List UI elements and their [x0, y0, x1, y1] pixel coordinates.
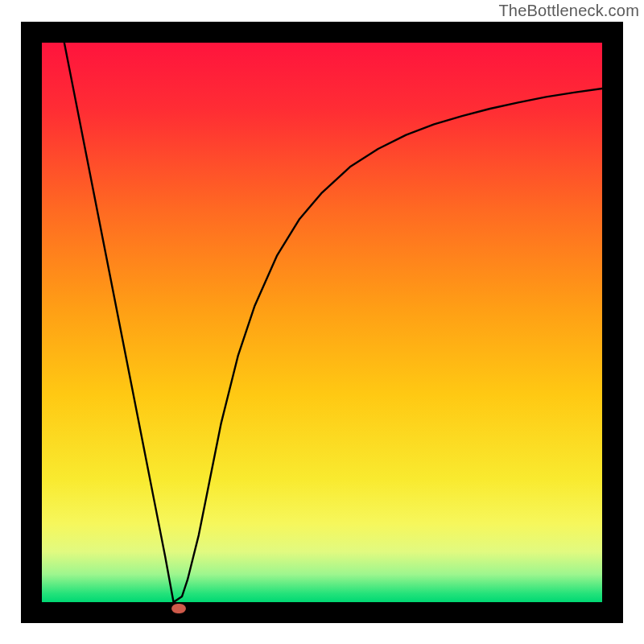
chart-root: { "attribution": { "text": "TheBottlenec…: [0, 0, 644, 644]
bottleneck-curve: [42, 43, 602, 602]
curve-path: [64, 43, 602, 602]
attribution-text: TheBottleneck.com: [498, 2, 639, 20]
plot-area: [21, 22, 623, 623]
optimal-point-marker: [171, 604, 186, 613]
